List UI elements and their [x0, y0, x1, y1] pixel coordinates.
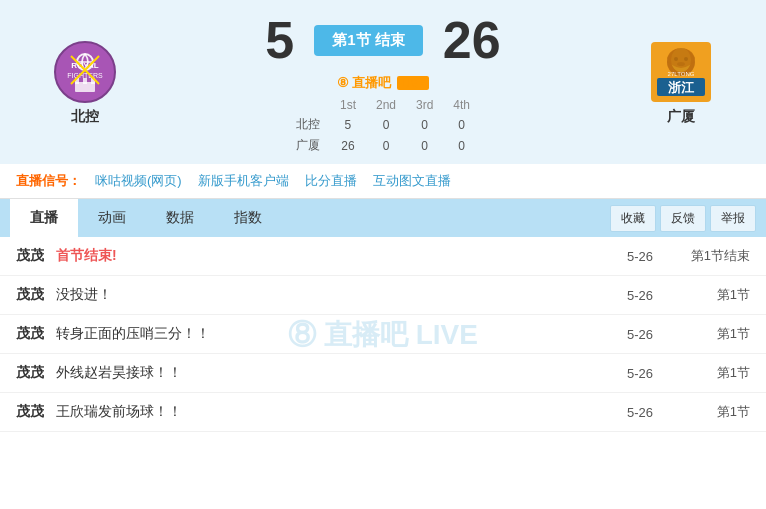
team2-name-cell: 广厦	[286, 135, 330, 156]
score-main: 5 第1节 结束 26	[265, 10, 500, 70]
signal-link-2[interactable]: 新版手机客户端	[198, 172, 289, 190]
feed-row-3: 茂茂 转身正面的压哨三分！！ 5-26 第1节	[0, 315, 766, 354]
feed-period-2: 第1节	[670, 286, 750, 304]
feed-score-3: 5-26	[610, 327, 670, 342]
feed-player-1: 茂茂	[16, 247, 56, 265]
feed-score-5: 5-26	[610, 405, 670, 420]
feed-player-3: 茂茂	[16, 325, 56, 343]
team-left-logo: ROYAL FIGHTERS	[53, 40, 117, 104]
feed-action-3: 转身正面的压哨三分！！	[56, 325, 610, 343]
quarter-header-1st: 1st	[330, 96, 366, 114]
feed-score-4: 5-26	[610, 366, 670, 381]
feed-action-4: 外线赵岩昊接球！！	[56, 364, 610, 382]
live-logo-text: 直播吧	[352, 75, 391, 90]
tab-actions: 收藏 反馈 举报	[610, 205, 756, 232]
quarter-header-row: 1st 2nd 3rd 4th	[286, 96, 480, 114]
team2-q4: 0	[443, 135, 480, 156]
tab-animation[interactable]: 动画	[78, 199, 146, 237]
feed-action-1: 首节结束!	[56, 247, 610, 265]
quarter-table: 1st 2nd 3rd 4th 北控 5 0 0 0 广厦 26 0 0	[286, 96, 480, 156]
report-button[interactable]: 举报	[710, 205, 756, 232]
feed-container: ⑧ 直播吧 LIVE 茂茂 首节结束! 5-26 第1节结束 茂茂 没投进！ 5…	[0, 237, 766, 432]
live-badge: LIVE	[397, 76, 429, 90]
score-right: 26	[443, 10, 501, 70]
score-section: ROYAL FIGHTERS 北控 5 第1节 结束	[0, 0, 766, 164]
quarter-header-team	[286, 96, 330, 114]
feedback-button[interactable]: 反馈	[660, 205, 706, 232]
tab-index[interactable]: 指数	[214, 199, 282, 237]
team1-q1: 5	[330, 114, 366, 135]
signal-link-3[interactable]: 比分直播	[305, 172, 357, 190]
team-right-name: 广厦	[667, 108, 695, 126]
feed-row-1: 茂茂 首节结束! 5-26 第1节结束	[0, 237, 766, 276]
collect-button[interactable]: 收藏	[610, 205, 656, 232]
quarter-header-2nd: 2nd	[366, 96, 406, 114]
tabs-bar: 直播 动画 数据 指数 收藏 反馈 举报	[0, 199, 766, 237]
feed-player-2: 茂茂	[16, 286, 56, 304]
svg-rect-5	[83, 78, 87, 84]
feed-score-1: 5-26	[610, 249, 670, 264]
signal-bar: 直播信号： 咪咕视频(网页) 新版手机客户端 比分直播 互动图文直播	[0, 164, 766, 199]
team1-q4: 0	[443, 114, 480, 135]
tab-live[interactable]: 直播	[10, 199, 78, 237]
score-left: 5	[265, 10, 294, 70]
tab-data[interactable]: 数据	[146, 199, 214, 237]
quarter-header-3rd: 3rd	[406, 96, 443, 114]
team-left-name: 北控	[71, 108, 99, 126]
quarter-row-team1: 北控 5 0 0 0	[286, 114, 480, 135]
feed-score-2: 5-26	[610, 288, 670, 303]
feed-row-2: 茂茂 没投进！ 5-26 第1节	[0, 276, 766, 315]
team1-q2: 0	[366, 114, 406, 135]
feed-period-4: 第1节	[670, 364, 750, 382]
svg-text:27LTONG: 27LTONG	[668, 71, 695, 77]
svg-text:FIGHTERS: FIGHTERS	[67, 72, 103, 79]
live-logo-bar: ⑧ 直播吧 LIVE	[337, 74, 430, 92]
feed-action-5: 王欣瑞发前场球！！	[56, 403, 610, 421]
feed-period-1: 第1节结束	[670, 247, 750, 265]
team-left: ROYAL FIGHTERS 北控	[20, 40, 150, 126]
team1-name-cell: 北控	[286, 114, 330, 135]
signal-link-4[interactable]: 互动图文直播	[373, 172, 451, 190]
score-center: 5 第1节 结束 26 ⑧ 直播吧 LIVE 1st 2nd 3rd 4th 北…	[150, 10, 616, 156]
team-right: 浙江 27LTONG 广厦	[616, 40, 746, 126]
quarter-row-team2: 广厦 26 0 0 0	[286, 135, 480, 156]
team1-q3: 0	[406, 114, 443, 135]
feed-period-5: 第1节	[670, 403, 750, 421]
feed-player-5: 茂茂	[16, 403, 56, 421]
svg-text:浙江: 浙江	[668, 80, 695, 95]
signal-label: 直播信号：	[16, 172, 81, 190]
quarter-header-4th: 4th	[443, 96, 480, 114]
period-badge: 第1节 结束	[314, 25, 423, 56]
feed-period-3: 第1节	[670, 325, 750, 343]
feed-row-4: 茂茂 外线赵岩昊接球！！ 5-26 第1节	[0, 354, 766, 393]
signal-link-1[interactable]: 咪咕视频(网页)	[95, 172, 182, 190]
feed-player-4: 茂茂	[16, 364, 56, 382]
team2-q3: 0	[406, 135, 443, 156]
team2-q2: 0	[366, 135, 406, 156]
team-right-logo: 浙江 27LTONG	[649, 40, 713, 104]
feed-row-5: 茂茂 王欣瑞发前场球！！ 5-26 第1节	[0, 393, 766, 432]
team2-q1: 26	[330, 135, 366, 156]
feed-action-2: 没投进！	[56, 286, 610, 304]
live-logo-icon: ⑧	[337, 75, 349, 90]
